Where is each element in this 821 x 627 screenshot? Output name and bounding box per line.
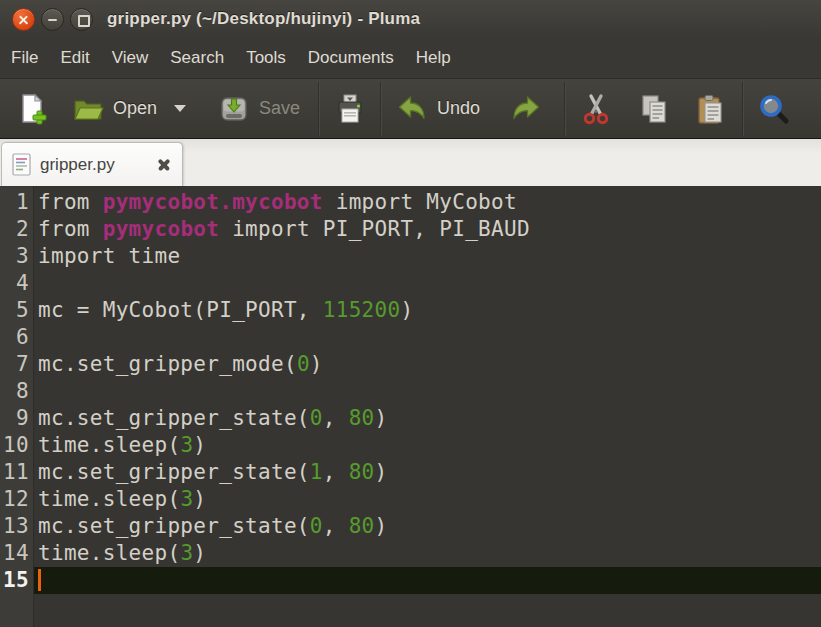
code-token-text: import time: [38, 244, 180, 268]
code-editor[interactable]: 123456789101112131415 from pymycobot.myc…: [0, 186, 821, 627]
open-dropdown-icon[interactable]: [174, 105, 186, 112]
print-button[interactable]: [326, 89, 374, 129]
line-number: 13: [0, 513, 29, 540]
code-line-1[interactable]: from pymycobot.mycobot import MyCobot: [34, 189, 821, 216]
code-token-number: 3: [180, 487, 193, 511]
code-token-number: 80: [349, 406, 375, 430]
new-document-button[interactable]: [8, 89, 56, 129]
code-token-text: mc.set_gripper_state(: [38, 406, 310, 430]
text-cursor: [38, 569, 41, 591]
code-token-text: ): [193, 487, 206, 511]
code-token-number: 3: [180, 433, 193, 457]
code-token-number: 1: [310, 460, 323, 484]
code-line-10[interactable]: time.sleep(3): [34, 432, 821, 459]
line-number: 1: [0, 189, 29, 216]
open-button-label: Open: [113, 98, 157, 119]
code-token-text: time.sleep(: [38, 433, 180, 457]
code-token-text: mc = MyCobot(PI_PORT,: [38, 298, 323, 322]
menu-view[interactable]: View: [101, 40, 160, 76]
code-line-12[interactable]: time.sleep(3): [34, 486, 821, 513]
toolbar-separator: [380, 82, 382, 136]
line-number: 3: [0, 243, 29, 270]
code-token-number: 80: [349, 514, 375, 538]
code-token-text: mc.set_gripper_state(: [38, 514, 310, 538]
find-button[interactable]: [750, 89, 798, 129]
open-button[interactable]: Open: [64, 89, 194, 129]
code-token-text: ): [375, 406, 388, 430]
window-title: gripper.py (~/Desktop/hujinyi) - Pluma: [107, 9, 420, 29]
menu-search[interactable]: Search: [159, 40, 235, 76]
code-line-15[interactable]: [34, 567, 821, 594]
code-line-4[interactable]: [34, 270, 821, 297]
minimize-window-icon[interactable]: [41, 8, 64, 31]
code-line-9[interactable]: mc.set_gripper_state(0, 80): [34, 405, 821, 432]
code-token-text: ): [400, 298, 413, 322]
code-token-text: mc.set_gripper_state(: [38, 460, 310, 484]
code-token-text: from: [38, 217, 103, 241]
line-number-gutter: 123456789101112131415: [0, 186, 34, 627]
code-token-text: import MyCobot: [323, 190, 517, 214]
code-line-8[interactable]: [34, 378, 821, 405]
tab-close-icon[interactable]: [156, 157, 172, 173]
open-folder-icon: [72, 93, 104, 125]
copy-button[interactable]: [630, 89, 678, 129]
line-number: 5: [0, 297, 29, 324]
undo-icon: [396, 93, 428, 125]
save-button[interactable]: Save: [210, 89, 308, 129]
cut-icon: [580, 93, 612, 125]
code-token-module: pymycobot: [103, 217, 220, 241]
line-number: 7: [0, 351, 29, 378]
code-token-module: pymycobot.mycobot: [103, 190, 323, 214]
code-line-6[interactable]: [34, 324, 821, 351]
menu-tools[interactable]: Tools: [235, 40, 297, 76]
menu-file[interactable]: File: [0, 40, 49, 76]
code-token-text: ): [193, 433, 206, 457]
new-document-icon: [16, 93, 48, 125]
toolbar-separator: [742, 82, 744, 136]
cut-button[interactable]: [572, 89, 620, 129]
code-token-text: time.sleep(: [38, 541, 180, 565]
title-bar: gripper.py (~/Desktop/hujinyi) - Pluma: [0, 0, 821, 38]
menu-documents[interactable]: Documents: [297, 40, 405, 76]
code-token-text: time.sleep(: [38, 487, 180, 511]
code-token-text: ,: [323, 406, 349, 430]
redo-button[interactable]: [502, 89, 550, 129]
code-token-number: 0: [297, 352, 310, 376]
code-line-3[interactable]: import time: [34, 243, 821, 270]
code-line-5[interactable]: mc = MyCobot(PI_PORT, 115200): [34, 297, 821, 324]
paste-icon: [694, 93, 726, 125]
code-line-2[interactable]: from pymycobot import PI_PORT, PI_BAUD: [34, 216, 821, 243]
close-window-icon[interactable]: [12, 8, 35, 31]
line-number: 6: [0, 324, 29, 351]
undo-button[interactable]: Undo: [388, 89, 488, 129]
window-controls: [12, 8, 93, 31]
menu-bar: FileEditViewSearchToolsDocumentsHelp: [0, 38, 821, 78]
code-token-text: ): [193, 541, 206, 565]
code-area[interactable]: from pymycobot.mycobot import MyCobotfro…: [34, 186, 821, 627]
save-button-label: Save: [259, 98, 300, 119]
code-token-number: 3: [180, 541, 193, 565]
code-token-number: 115200: [323, 298, 401, 322]
line-number: 14: [0, 540, 29, 567]
toolbar: Open Save: [0, 78, 821, 138]
code-token-text: ): [375, 514, 388, 538]
code-line-7[interactable]: mc.set_gripper_mode(0): [34, 351, 821, 378]
code-line-13[interactable]: mc.set_gripper_state(0, 80): [34, 513, 821, 540]
line-number: 10: [0, 432, 29, 459]
tab-gripper-py[interactable]: gripper.py: [1, 142, 183, 186]
menu-edit[interactable]: Edit: [49, 40, 100, 76]
menu-help[interactable]: Help: [405, 40, 462, 76]
toolbar-separator: [318, 82, 320, 136]
code-line-11[interactable]: mc.set_gripper_state(1, 80): [34, 459, 821, 486]
line-number: 11: [0, 459, 29, 486]
paste-button[interactable]: [686, 89, 734, 129]
maximize-window-icon[interactable]: [70, 8, 93, 31]
code-token-text: ): [310, 352, 323, 376]
code-line-14[interactable]: time.sleep(3): [34, 540, 821, 567]
print-icon: [334, 93, 366, 125]
copy-icon: [638, 93, 670, 125]
code-token-number: 80: [349, 460, 375, 484]
toolbar-separator: [564, 82, 566, 136]
tab-label: gripper.py: [40, 155, 147, 175]
line-number: 9: [0, 405, 29, 432]
